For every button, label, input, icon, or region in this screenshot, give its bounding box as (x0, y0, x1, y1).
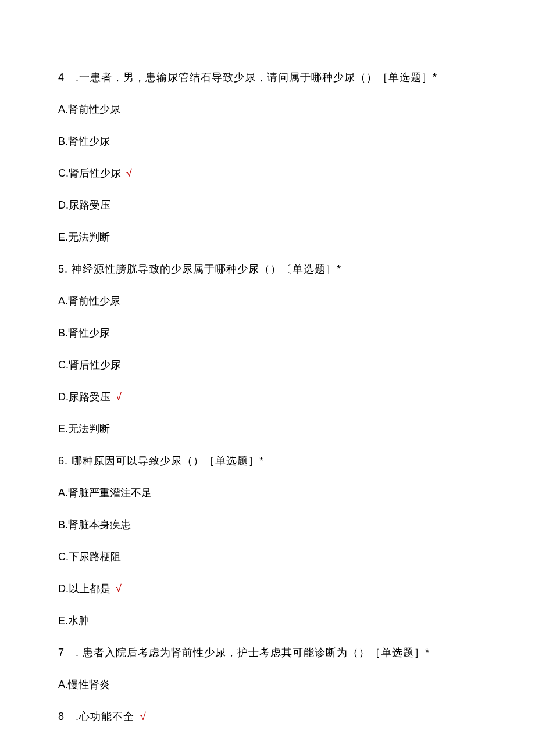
option-label: B.肾脏本身疾患 (58, 519, 131, 531)
checkmark-icon: √ (113, 391, 122, 403)
option: E.水肿 (58, 613, 477, 629)
option: D.尿路受压 (58, 198, 477, 213)
option: D.以上都是 √ (58, 581, 477, 597)
question-text: 6. 哪种原因可以导致少尿（）［单选题］* (58, 453, 477, 469)
option: A.慢性肾炎 (58, 677, 477, 693)
option-label: A.慢性肾炎 (58, 679, 110, 690)
option-label: A.肾前性少尿 (58, 103, 120, 115)
checkmark-icon: √ (113, 583, 122, 594)
option-label: E.无法判断 (58, 423, 110, 435)
option: A.肾脏严重灌注不足 (58, 485, 477, 501)
question-number: 5. (58, 263, 68, 275)
option: E.无法判断 (58, 230, 477, 245)
option: B.肾性少尿 (58, 325, 477, 341)
option-label: D.尿路受压 (58, 199, 110, 211)
option: C.下尿路梗阻 (58, 549, 477, 565)
option-label: C.下尿路梗阻 (58, 551, 121, 562)
question-stem: . 患者入院后考虑为肾前性少尿，护士考虑其可能诊断为（）［单选题］* (65, 647, 430, 658)
option: C.肾后性少尿 √ (58, 166, 477, 181)
question-text: 5. 神经源性膀胱导致的少尿属于哪种少尿（）〔单选题］* (58, 261, 477, 277)
option-label: B.肾性少尿 (58, 327, 110, 339)
question-stem: 神经源性膀胱导致的少尿属于哪种少尿（）〔单选题］* (68, 263, 341, 275)
question-number: 8 (58, 711, 65, 722)
question-text: 8 .心功能不全 √ (58, 709, 477, 725)
option-label: E.无法判断 (58, 231, 110, 243)
option-label: B.肾性少尿 (58, 135, 110, 147)
checkmark-icon: √ (123, 167, 132, 179)
option: C.肾后性少尿 (58, 357, 477, 373)
question-text: 7 . 患者入院后考虑为肾前性少尿，护士考虑其可能诊断为（）［单选题］* (58, 645, 477, 661)
option-label: D.尿路受压 (58, 391, 110, 403)
question-number: 7 (58, 647, 65, 658)
option: A.肾前性少尿 (58, 293, 477, 309)
option: B.肾性少尿 (58, 134, 477, 149)
option: B.肾脏本身疾患 (58, 517, 477, 533)
option: A.肾前性少尿 (58, 102, 477, 117)
option-label: A.肾脏严重灌注不足 (58, 487, 152, 499)
checkmark-icon: √ (137, 711, 147, 722)
option: E.无法判断 (58, 421, 477, 437)
option-label: C.肾后性少尿 (58, 359, 121, 371)
option-label: C.肾后性少尿 (58, 167, 121, 179)
question-stem: 哪种原因可以导致少尿（）［单选题］* (68, 455, 264, 467)
question-text: 4 .一患者，男，患输尿管结石导致少尿，请问属于哪种少尿（）［单选题］* (58, 70, 477, 85)
option-label: A.肾前性少尿 (58, 295, 120, 307)
option-label: E.水肿 (58, 615, 89, 626)
question-stem: .一患者，男，患输尿管结石导致少尿，请问属于哪种少尿（）［单选题］* (65, 71, 437, 83)
option: D.尿路受压 √ (58, 389, 477, 405)
question-number: 4 (58, 71, 65, 83)
question-number: 6. (58, 455, 68, 467)
question-stem: .心功能不全 (65, 711, 134, 722)
option-label: D.以上都是 (58, 583, 110, 594)
